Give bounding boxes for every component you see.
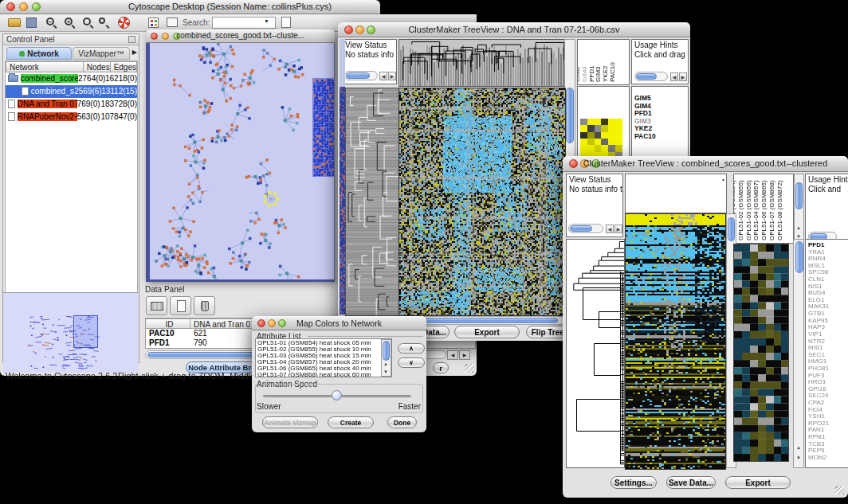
heatmap-cell[interactable] xyxy=(608,132,615,139)
scroll-up-icon[interactable]: ▲ xyxy=(796,225,801,230)
scroll-up-icon[interactable]: ▲ xyxy=(383,361,388,366)
heatmap-cell[interactable] xyxy=(595,139,602,145)
heatmap-cell[interactable] xyxy=(587,119,595,125)
resize-grip[interactable] xyxy=(835,486,844,494)
heatmap-cell[interactable] xyxy=(587,132,595,139)
heatmap-cell[interactable] xyxy=(615,139,622,145)
network-row-selected[interactable]: combined_sco 2569(6) 13112(15) xyxy=(6,85,137,98)
network-graph[interactable] xyxy=(150,43,334,279)
zoom-out-icon[interactable]: − xyxy=(46,18,54,25)
minimize-icon[interactable] xyxy=(19,2,28,11)
col-header-nodes[interactable]: Nodes xyxy=(84,61,111,72)
export-graphics-button[interactable]: Export Graphics... xyxy=(454,326,520,338)
attribute-browser-tab-fragment[interactable]: r xyxy=(433,362,449,373)
heatmap-cell[interactable] xyxy=(601,132,608,139)
scroll-up-icon[interactable]: ▴ xyxy=(722,176,724,182)
close-icon[interactable] xyxy=(6,2,15,11)
zoom-heatmap[interactable] xyxy=(733,244,789,462)
new-attribute-icon[interactable] xyxy=(170,296,191,315)
network-view-title-bar[interactable]: combined_scores_good.txt--cluste... xyxy=(146,29,335,43)
heatmap-cell[interactable] xyxy=(580,132,587,139)
tab-network[interactable]: Network xyxy=(6,47,72,60)
annotation-icon[interactable] xyxy=(167,18,178,27)
network-view-canvas-area[interactable] xyxy=(146,43,335,282)
save-data-button[interactable]: Save Data... xyxy=(666,476,716,489)
heatmap-cell[interactable] xyxy=(615,132,622,139)
float-panel-icon[interactable] xyxy=(128,36,135,43)
zoom-in-icon[interactable]: + xyxy=(65,18,73,25)
column-dendrogram[interactable] xyxy=(398,39,565,87)
help-ring-icon[interactable] xyxy=(118,17,130,29)
heatmap-cell[interactable] xyxy=(615,119,622,125)
zoom-fit-icon[interactable] xyxy=(83,18,91,25)
heatmap-cell[interactable] xyxy=(587,145,595,151)
scroll-left-icon[interactable]: ◀ xyxy=(606,225,614,233)
delete-attribute-icon[interactable] xyxy=(194,296,215,315)
scrollbar-thumb[interactable] xyxy=(383,341,390,361)
heatmap-cell[interactable] xyxy=(615,125,622,131)
animate-vizmap-button[interactable]: Animate Vizmap xyxy=(262,416,318,428)
tab-overflow-icon[interactable]: ▶ xyxy=(132,49,137,56)
heatmap-cell[interactable] xyxy=(580,139,587,145)
heatmap-cell[interactable] xyxy=(615,145,622,151)
scroll-right-icon[interactable]: ▶ xyxy=(679,72,687,81)
heatmap-cell[interactable] xyxy=(608,145,615,151)
scroll-up-icon[interactable]: ▲ xyxy=(796,445,801,450)
zoom-window-icon[interactable] xyxy=(32,2,41,11)
attribute-listbox[interactable]: GPL51-01 (GSM854) heat shock 05 minGPL51… xyxy=(255,338,392,377)
global-overview-strip[interactable] xyxy=(340,39,345,315)
scroll-left-icon[interactable]: ◀ xyxy=(670,72,678,81)
move-up-button[interactable]: ∧ xyxy=(398,343,425,354)
scroll-right-icon[interactable]: ▶ xyxy=(614,225,622,233)
save-icon[interactable] xyxy=(26,18,37,28)
labels-vscrollbar[interactable]: ▲ ▼ xyxy=(794,174,804,244)
scrollbar-thumb[interactable] xyxy=(795,182,803,209)
move-down-button[interactable]: ∨ xyxy=(398,357,425,368)
treeview2-title-bar[interactable]: ClusterMaker TreeView : combined_scores_… xyxy=(563,156,848,172)
scrollbar-thumb[interactable] xyxy=(795,241,803,273)
export-graphics-button[interactable]: Export Graphics... xyxy=(725,476,791,489)
row-dendrogram[interactable] xyxy=(345,88,398,316)
search-dropdown-icon[interactable]: ▼ xyxy=(264,18,269,24)
scrollbar-thumb[interactable] xyxy=(406,318,558,323)
slider-handle[interactable] xyxy=(332,390,342,400)
heatmap-cell[interactable] xyxy=(601,145,608,151)
global-heatmap[interactable] xyxy=(625,213,726,470)
zoom-selected-icon[interactable] xyxy=(99,18,105,24)
scroll-down-icon[interactable]: ▼ xyxy=(383,369,388,374)
heatmap-cell[interactable] xyxy=(580,125,587,131)
heatmap-cell[interactable] xyxy=(601,139,608,145)
heatmap-cell[interactable] xyxy=(601,125,608,131)
scroll-down-icon[interactable]: ▼ xyxy=(796,455,801,460)
heatmap-cell[interactable] xyxy=(595,119,602,125)
attribute-item[interactable]: GPL51-07 (GSM868) heat shock 60 min xyxy=(257,372,391,377)
scroll-right-icon[interactable]: ▶ xyxy=(388,72,396,80)
network-overview-panel[interactable] xyxy=(3,292,138,373)
dialog-title-bar[interactable]: Map Colors to Network xyxy=(252,316,426,330)
create-vizmap-button[interactable]: Create Vizmap xyxy=(328,416,374,428)
heatmap-cell[interactable] xyxy=(595,125,602,131)
usage-hints-hscrollbar[interactable] xyxy=(634,72,668,81)
heatmap-cell[interactable] xyxy=(608,139,615,145)
edit-page-icon[interactable] xyxy=(281,17,291,28)
main-title-bar[interactable]: Cytoscape Desktop (Session Name: collins… xyxy=(0,0,380,14)
scrollbar-thumb[interactable] xyxy=(566,88,574,143)
table-icon[interactable] xyxy=(146,296,167,315)
scroll-right-icon[interactable]: ▶ xyxy=(459,350,470,360)
open-icon[interactable] xyxy=(8,18,21,27)
view-status-hscrollbar[interactable] xyxy=(344,71,378,80)
overview-selection-rect[interactable] xyxy=(73,315,98,348)
heatmap-cell[interactable] xyxy=(601,119,608,125)
col-header-id[interactable]: ID xyxy=(146,318,190,329)
global-heatmap[interactable] xyxy=(398,88,566,316)
zoom-vscrollbar[interactable]: ▲ ▼ xyxy=(793,239,804,468)
heatmap-cell[interactable] xyxy=(587,139,595,145)
scrollbar-thumb[interactable] xyxy=(728,217,735,241)
done-button[interactable]: Done xyxy=(387,416,417,428)
listbox-vscrollbar[interactable]: ▲ ▼ xyxy=(381,339,391,377)
network-row[interactable]: combined_scores 2764(0) 16218(0) xyxy=(6,72,137,85)
heatmap-cell[interactable] xyxy=(595,132,602,139)
heatmap-cell[interactable] xyxy=(608,119,615,125)
heatmap-cell[interactable] xyxy=(587,125,595,131)
col-header-edges[interactable]: Edges xyxy=(111,61,137,72)
